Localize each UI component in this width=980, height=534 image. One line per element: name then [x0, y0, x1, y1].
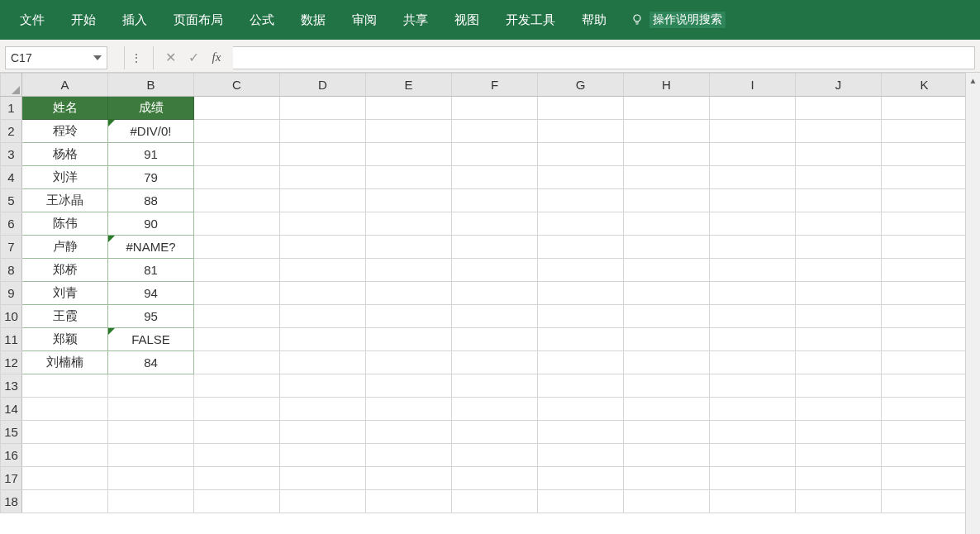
cell-H18[interactable] [624, 490, 710, 513]
row-header-4[interactable]: 4 [1, 166, 22, 189]
column-header-E[interactable]: E [366, 74, 452, 97]
cell-F18[interactable] [452, 490, 538, 513]
cell-B9[interactable]: 94 [108, 282, 194, 305]
cell-D18[interactable] [280, 490, 366, 513]
row-header-9[interactable]: 9 [1, 282, 22, 305]
cell-F3[interactable] [452, 143, 538, 166]
column-header-B[interactable]: B [108, 74, 194, 97]
cell-J11[interactable] [796, 328, 882, 351]
cell-C18[interactable] [194, 490, 280, 513]
cell-C14[interactable] [194, 398, 280, 421]
cell-K3[interactable] [882, 143, 968, 166]
cell-F1[interactable] [452, 97, 538, 120]
cell-E14[interactable] [366, 398, 452, 421]
cell-K15[interactable] [882, 421, 968, 444]
cell-H2[interactable] [624, 120, 710, 143]
cell-I16[interactable] [710, 444, 796, 467]
cell-E7[interactable] [366, 236, 452, 259]
cell-J6[interactable] [796, 212, 882, 236]
cell-D14[interactable] [280, 398, 366, 421]
cell-C6[interactable] [194, 212, 280, 236]
cell-F4[interactable] [452, 166, 538, 189]
cell-D5[interactable] [280, 189, 366, 212]
cell-J14[interactable] [796, 398, 882, 421]
cell-J16[interactable] [796, 444, 882, 467]
tab-insert[interactable]: 插入 [109, 0, 160, 40]
column-header-J[interactable]: J [796, 74, 882, 97]
cell-D11[interactable] [280, 328, 366, 351]
row-header-16[interactable]: 16 [1, 444, 22, 467]
cell-J8[interactable] [796, 259, 882, 282]
name-box-dropdown-icon[interactable] [93, 55, 102, 60]
cell-I6[interactable] [710, 212, 796, 236]
cell-H14[interactable] [624, 398, 710, 421]
cell-A18[interactable] [22, 490, 108, 513]
cell-D13[interactable] [280, 374, 366, 398]
tab-view[interactable]: 视图 [441, 0, 492, 40]
cell-E10[interactable] [366, 305, 452, 328]
cell-A7[interactable]: 卢静 [22, 236, 108, 259]
cell-C11[interactable] [194, 328, 280, 351]
cell-A13[interactable] [22, 374, 108, 398]
cell-A1[interactable]: 姓名 [22, 97, 108, 120]
cell-J9[interactable] [796, 282, 882, 305]
cell-H13[interactable] [624, 374, 710, 398]
cell-E5[interactable] [366, 189, 452, 212]
cell-I2[interactable] [710, 120, 796, 143]
cell-G14[interactable] [538, 398, 624, 421]
select-all-corner[interactable] [1, 74, 22, 97]
cell-F6[interactable] [452, 212, 538, 236]
cell-H12[interactable] [624, 351, 710, 374]
cell-C9[interactable] [194, 282, 280, 305]
cell-G11[interactable] [538, 328, 624, 351]
cell-I12[interactable] [710, 351, 796, 374]
cell-B3[interactable]: 91 [108, 143, 194, 166]
cell-K9[interactable] [882, 282, 968, 305]
cell-E15[interactable] [366, 421, 452, 444]
cell-D15[interactable] [280, 421, 366, 444]
cell-B7[interactable]: #NAME? [108, 236, 194, 259]
cell-D7[interactable] [280, 236, 366, 259]
row-header-3[interactable]: 3 [1, 143, 22, 166]
cell-J15[interactable] [796, 421, 882, 444]
row-header-18[interactable]: 18 [1, 490, 22, 513]
cell-G4[interactable] [538, 166, 624, 189]
tab-share[interactable]: 共享 [390, 0, 441, 40]
row-header-12[interactable]: 12 [1, 351, 22, 374]
cell-E11[interactable] [366, 328, 452, 351]
cell-F12[interactable] [452, 351, 538, 374]
cell-D17[interactable] [280, 467, 366, 490]
cell-I14[interactable] [710, 398, 796, 421]
vertical-scrollbar[interactable]: ▲ [965, 73, 980, 534]
cell-H1[interactable] [624, 97, 710, 120]
cell-D6[interactable] [280, 212, 366, 236]
cell-C8[interactable] [194, 259, 280, 282]
cell-I17[interactable] [710, 467, 796, 490]
cell-G18[interactable] [538, 490, 624, 513]
cell-H10[interactable] [624, 305, 710, 328]
cell-G13[interactable] [538, 374, 624, 398]
cell-B10[interactable]: 95 [108, 305, 194, 328]
name-box[interactable]: C17 [5, 46, 107, 69]
cell-A5[interactable]: 王冰晶 [22, 189, 108, 212]
cell-G7[interactable] [538, 236, 624, 259]
cell-G8[interactable] [538, 259, 624, 282]
cell-G16[interactable] [538, 444, 624, 467]
cell-B5[interactable]: 88 [108, 189, 194, 212]
cell-C10[interactable] [194, 305, 280, 328]
cell-I11[interactable] [710, 328, 796, 351]
cell-B17[interactable] [108, 467, 194, 490]
cell-A11[interactable]: 郑颖 [22, 328, 108, 351]
cell-A10[interactable]: 王霞 [22, 305, 108, 328]
cell-B2[interactable]: #DIV/0! [108, 120, 194, 143]
cell-B15[interactable] [108, 421, 194, 444]
cell-F13[interactable] [452, 374, 538, 398]
cell-E1[interactable] [366, 97, 452, 120]
cell-H16[interactable] [624, 444, 710, 467]
cell-D3[interactable] [280, 143, 366, 166]
cell-H17[interactable] [624, 467, 710, 490]
cell-C13[interactable] [194, 374, 280, 398]
cell-H9[interactable] [624, 282, 710, 305]
cell-C15[interactable] [194, 421, 280, 444]
cell-E13[interactable] [366, 374, 452, 398]
